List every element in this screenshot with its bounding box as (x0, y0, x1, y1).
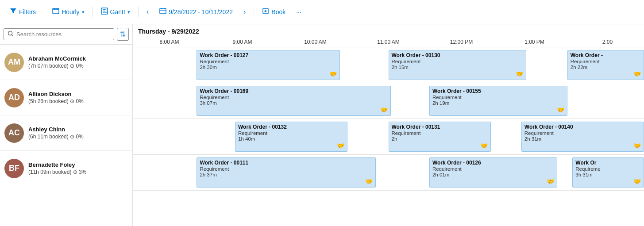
svg-line-16 (12, 35, 14, 37)
separator-1 (44, 7, 44, 17)
work-order-type: Requirement (571, 59, 641, 64)
work-order-duration: 2h 30m (200, 65, 336, 70)
work-order-block[interactable]: Work Order - 00126 Requirement 2h 01m 🤝 (429, 157, 557, 188)
resource-meta: (5h 26m booked) ⊙ 0% (28, 98, 128, 104)
work-order-block[interactable]: Work Or Requireme 3h 31m 🤝 (572, 157, 644, 188)
resources-list: AM Abraham McCormick (7h 07m booked) ⊙ 0… (0, 45, 132, 226)
svg-rect-8 (160, 8, 166, 14)
work-order-title: Work Order - 00111 (200, 160, 372, 166)
book-label: Book (271, 8, 285, 15)
timeline-hour: 10:00 AM (279, 39, 352, 45)
gantt-track: Work Order - 00127 Requirement 2h 30m 🤝 … (133, 47, 644, 83)
work-order-title: Work Order - 00126 (432, 160, 554, 166)
work-order-type: Requirement (524, 130, 641, 136)
work-order-block[interactable]: Work Order - 00130 Requirement 2h 15m 🤝 (389, 50, 527, 80)
work-order-block[interactable]: Work Order - 00111 Requirement 2h 37m 🤝 (197, 157, 375, 188)
resource-item[interactable]: AC Ashley Chinn (6h 11m booked) ⊙ 0% (0, 115, 132, 151)
timeline-hour: 8:00 AM (133, 39, 206, 45)
work-order-duration: 2h 22m (571, 65, 641, 70)
work-order-block[interactable]: Work Order - 00127 Requirement 2h 30m 🤝 (197, 50, 339, 80)
resource-item[interactable]: AD Allison Dickson (5h 26m booked) ⊙ 0% (0, 80, 132, 115)
timeline-hour: 1:00 PM (498, 39, 571, 45)
work-order-block[interactable]: Work Order - 00140 Requirement 2h 31m 🤝 (521, 122, 644, 152)
resource-name: Abraham McCormick (28, 55, 128, 62)
work-order-title: Work Or (575, 160, 641, 166)
filters-button[interactable]: Filters (5, 5, 40, 19)
work-order-type: Requirement (200, 95, 388, 100)
separator-2 (93, 7, 93, 17)
date-range-button[interactable]: 9/28/2022 - 10/11/2022 (155, 5, 237, 19)
timeline-hour: 12:00 PM (425, 39, 498, 45)
resource-item[interactable]: BF Bernadette Foley (11h 09m booked) ⊙ 3… (0, 151, 132, 186)
more-options-button[interactable]: ··· (292, 6, 306, 18)
timeline-hour: 11:00 AM (352, 39, 425, 45)
work-order-type: Requirement (392, 59, 524, 64)
work-order-duration: 2h 37m (200, 172, 372, 177)
work-order-type: Requirement (392, 130, 488, 136)
right-panel: Thursday - 9/29/2022 8:00 AM9:00 AM10:00… (133, 24, 644, 226)
work-order-duration: 2h 15m (392, 65, 524, 70)
gantt-icon (101, 8, 108, 16)
filter-icon (10, 8, 17, 16)
work-order-duration: 2h 31m (524, 136, 641, 142)
resource-name: Bernadette Foley (28, 161, 128, 168)
handshake-icon: 🤝 (633, 70, 641, 77)
resource-meta: (11h 09m booked) ⊙ 3% (28, 169, 128, 175)
handshake-icon: 🤝 (516, 70, 523, 77)
gantt-timeline-header: 8:00 AM9:00 AM10:00 AM11:00 AM12:00 PM1:… (133, 37, 644, 47)
more-icon: ··· (296, 8, 301, 15)
work-order-title: Work Order - 00132 (238, 124, 344, 130)
gantt-body: Work Order - 00127 Requirement 2h 30m 🤝 … (133, 47, 644, 226)
main-layout: ⇅ AM Abraham McCormick (7h 07m booked) ⊙… (0, 24, 644, 226)
resource-name: Allison Dickson (28, 91, 128, 97)
work-order-block[interactable]: Work Order - 00169 Requirement 3h 07m 🤝 (197, 86, 391, 116)
handshake-icon: 🤝 (329, 70, 337, 77)
hourly-chevron: ▾ (82, 9, 85, 15)
handshake-icon: 🤝 (337, 142, 344, 149)
filters-label: Filters (19, 8, 36, 15)
timeline-hour: 9:00 AM (206, 39, 279, 45)
work-order-duration: 2h (392, 136, 488, 142)
next-button[interactable]: › (239, 6, 250, 18)
work-order-block[interactable]: Work Order - 00132 Requirement 1h 40m 🤝 (235, 122, 347, 152)
work-order-title: Work Order - 00155 (432, 88, 564, 94)
work-order-block[interactable]: Work Order - 00131 Requirement 2h 🤝 (389, 122, 491, 152)
handshake-icon: 🤝 (633, 178, 641, 185)
gantt-row: Work Order - 00127 Requirement 2h 30m 🤝 … (133, 47, 644, 83)
gantt-row: Work Order - 00132 Requirement 1h 40m 🤝 … (133, 119, 644, 155)
work-order-duration: 1h 40m (238, 136, 344, 142)
search-icon (8, 31, 14, 38)
book-button[interactable]: Book (258, 5, 290, 19)
separator-3 (138, 7, 139, 17)
work-order-type: Requirement (238, 130, 344, 136)
next-icon: › (243, 8, 246, 16)
resource-info: Allison Dickson (5h 26m booked) ⊙ 0% (28, 91, 128, 104)
search-input[interactable] (16, 31, 110, 38)
svg-rect-0 (53, 8, 59, 14)
resource-item[interactable]: AM Abraham McCormick (7h 07m booked) ⊙ 0… (0, 45, 132, 80)
hourly-icon (52, 8, 59, 16)
sort-button[interactable]: ⇅ (117, 28, 129, 41)
work-order-block[interactable]: Work Order - Requirement 2h 22m 🤝 (567, 50, 644, 80)
work-order-block[interactable]: Work Order - 00155 Requirement 2h 19m 🤝 (429, 86, 567, 116)
prev-button[interactable]: ‹ (142, 6, 153, 18)
avatar: AD (4, 88, 24, 107)
work-order-title: Work Order - 00169 (200, 88, 388, 94)
work-order-duration: 3h 07m (200, 100, 388, 106)
work-order-title: Work Order - 00127 (200, 52, 336, 58)
work-order-type: Requireme (575, 166, 641, 172)
gantt-button[interactable]: Gantt ▾ (96, 5, 135, 19)
resource-info: Abraham McCormick (7h 07m booked) ⊙ 0% (28, 55, 128, 69)
resource-name: Ashley Chinn (28, 126, 128, 133)
handshake-icon: 🤝 (557, 106, 564, 113)
avatar: AM (4, 53, 24, 72)
sort-icon: ⇅ (120, 31, 126, 38)
work-order-duration: 2h 19m (432, 100, 564, 106)
book-icon (262, 8, 269, 16)
resource-info: Bernadette Foley (11h 09m booked) ⊙ 3% (28, 161, 128, 175)
hourly-button[interactable]: Hourly ▾ (48, 5, 89, 19)
date-range-label: 9/28/2022 - 10/11/2022 (169, 8, 233, 15)
work-order-title: Work Order - (571, 52, 641, 58)
gantt-track: Work Order - 00132 Requirement 1h 40m 🤝 … (133, 119, 644, 154)
toolbar: Filters Hourly ▾ Gantt ▾ ‹ 9/28/2022 - 1… (0, 0, 644, 24)
